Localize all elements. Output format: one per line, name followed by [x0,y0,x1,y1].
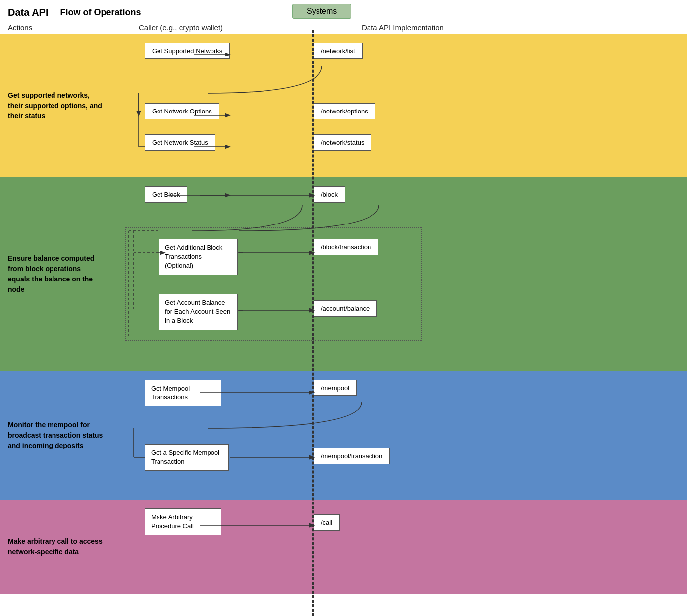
col-actions-header: Actions [0,23,109,32]
box-get-account-balance: Get Account Balance for Each Account See… [159,294,238,330]
flow-subtitle: Flow of Operations [60,7,141,18]
box-get-supported-networks: Get Supported Networks [145,43,230,59]
section-yellow-label: Get supported networks, their supported … [0,34,109,177]
box-get-network-options: Get Network Options [145,103,219,119]
box-block: /block [314,186,345,203]
section-pink-label: Make arbitrary call to access network-sp… [0,500,109,594]
flow-row-get-supported-networks: Get Supported Networks [145,43,230,59]
box-get-block: Get Block [145,186,187,203]
box-get-mempool-transactions: Get Mempool Transactions [145,380,221,406]
box-network-status: /network/status [314,134,371,151]
box-mempool-transaction: /mempool/transaction [314,448,390,464]
section-pink: Make arbitrary call to access network-sp… [0,500,687,594]
box-get-additional-block: Get Additional Block Transactions (Optio… [159,239,238,275]
col-caller-header: Caller (e.g., crypto wallet) [109,23,322,32]
section-blue-label: Monitor the mempool for broadcast transa… [0,371,109,500]
box-network-list: /network/list [314,43,363,59]
box-make-arbitrary-procedure-call: Make Arbitrary Procedure Call [145,508,221,535]
box-account-balance: /account/balance [314,300,377,317]
global-dashed-line [312,30,314,616]
section-green-label: Ensure balance computed from block opera… [0,177,109,371]
col-impl-header: Data API Implementation [322,23,687,32]
section-green: Ensure balance computed from block opera… [0,177,687,371]
box-get-network-status: Get Network Status [145,134,215,151]
box-call: /call [314,514,340,531]
box-block-transaction: /block/transaction [314,239,378,255]
section-yellow: Get supported networks, their supported … [0,34,687,177]
section-blue: Monitor the mempool for broadcast transa… [0,371,687,500]
box-mempool: /mempool [314,380,357,396]
box-get-specific-mempool: Get a Specific Mempool Transaction [145,444,229,471]
systems-badge: Systems [292,4,351,19]
box-network-options: /network/options [314,103,375,119]
app-title: Data API [8,7,49,18]
